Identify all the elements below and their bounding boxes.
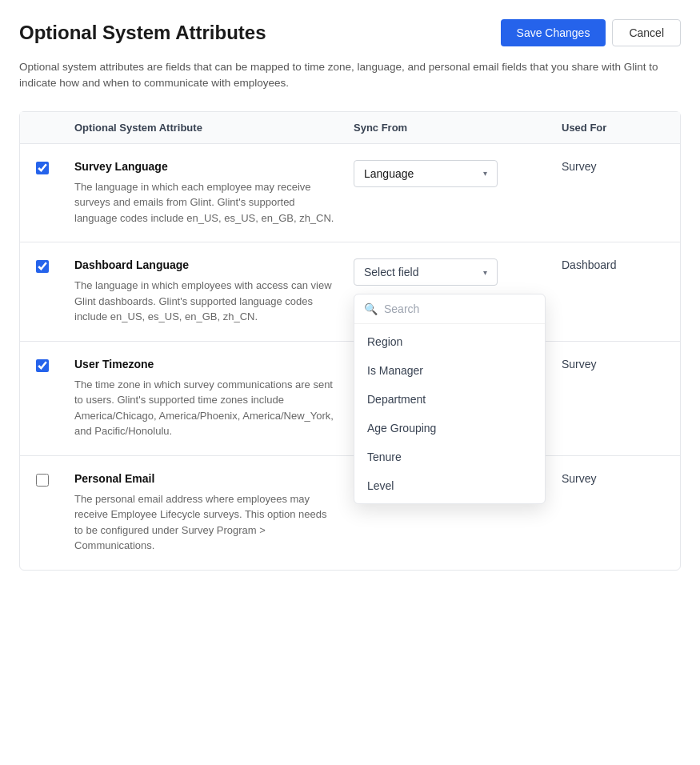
page-title: Optional System Attributes [19, 22, 266, 44]
checkbox-survey-language[interactable] [36, 162, 49, 174]
dropdown-item-region[interactable]: Region [354, 327, 545, 356]
th-attribute: Optional System Attribute [65, 122, 344, 134]
checkbox-cell-user-timezone [20, 358, 65, 374]
header-row: Optional System Attributes Save Changes … [19, 19, 681, 46]
dropdown-item-department[interactable]: Department [354, 385, 545, 414]
sync-select-survey-language[interactable]: Language ▾ [354, 160, 498, 187]
attribute-name-dashboard-language: Dashboard Language [74, 258, 334, 271]
dropdown-overlay: 🔍 Region Is Manager Department Age Group… [354, 294, 546, 504]
dropdown-item-tenure[interactable]: Tenure [354, 443, 545, 471]
header-buttons: Save Changes Cancel [501, 19, 681, 46]
dropdown-item-level[interactable]: Level [354, 471, 545, 500]
sync-cell-survey-language: Language ▾ [344, 160, 552, 187]
th-checkbox [20, 122, 65, 134]
attribute-cell-user-timezone: User Timezone The time zone in which sur… [65, 358, 344, 439]
dropdown-list: Region Is Manager Department Age Groupin… [354, 324, 545, 503]
checkbox-dashboard-language[interactable] [36, 260, 49, 273]
page-description: Optional system attributes are fields th… [19, 59, 681, 92]
attribute-desc-dashboard-language: The language in which employees with acc… [74, 278, 334, 325]
chevron-down-icon: ▾ [483, 268, 487, 277]
attribute-cell-survey-language: Survey Language The language in which ea… [65, 160, 344, 226]
table-row: Dashboard Language The language in which… [20, 242, 680, 342]
dropdown-item-ismanager[interactable]: Is Manager [354, 356, 545, 385]
attribute-cell-dashboard-language: Dashboard Language The language in which… [65, 258, 344, 325]
th-sync-from: Sync From [344, 122, 552, 134]
attribute-name-survey-language: Survey Language [74, 160, 334, 173]
cancel-button[interactable]: Cancel [612, 19, 681, 46]
save-changes-button[interactable]: Save Changes [501, 19, 606, 46]
sync-select-dashboard-language[interactable]: Select field ▾ [354, 258, 498, 286]
attribute-desc-user-timezone: The time zone in which survey communicat… [74, 377, 334, 439]
used-for-dashboard-language: Dashboard [552, 258, 680, 271]
table-row: Survey Language The language in which ea… [20, 144, 680, 243]
checkbox-user-timezone[interactable] [36, 359, 49, 372]
attribute-cell-personal-email: Personal Email The personal email addres… [65, 472, 344, 554]
attributes-table: Optional System Attribute Sync From Used… [19, 111, 681, 571]
th-used-for: Used For [552, 122, 680, 134]
search-box: 🔍 [354, 294, 545, 324]
used-for-survey-language: Survey [552, 160, 680, 173]
attribute-name-personal-email: Personal Email [74, 472, 334, 485]
page-container: Optional System Attributes Save Changes … [0, 0, 700, 765]
table-row: User Timezone The time zone in which sur… [20, 342, 680, 456]
attribute-desc-personal-email: The personal email address where employe… [74, 491, 334, 554]
sync-cell-dashboard-language: Select field ▾ 🔍 Region Is Manager Depar… [344, 258, 552, 286]
table-header: Optional System Attribute Sync From Used… [20, 112, 680, 144]
sync-select-label-dashboard: Select field [364, 266, 418, 278]
used-for-user-timezone: Survey [552, 358, 680, 370]
checkbox-cell-personal-email [20, 472, 65, 489]
chevron-down-icon: ▾ [483, 169, 487, 178]
attribute-name-user-timezone: User Timezone [74, 358, 334, 370]
checkbox-personal-email[interactable] [36, 474, 49, 487]
table-row: Personal Email The personal email addres… [20, 456, 680, 570]
dropdown-item-agegrouping[interactable]: Age Grouping [354, 414, 545, 443]
attribute-desc-survey-language: The language in which each employee may … [74, 179, 334, 226]
search-icon: 🔍 [364, 302, 378, 315]
search-input[interactable] [384, 302, 535, 315]
sync-select-label: Language [364, 167, 414, 180]
used-for-personal-email: Survey [552, 472, 680, 485]
checkbox-cell-survey-language [20, 160, 65, 177]
checkbox-cell-dashboard-language [20, 258, 65, 275]
